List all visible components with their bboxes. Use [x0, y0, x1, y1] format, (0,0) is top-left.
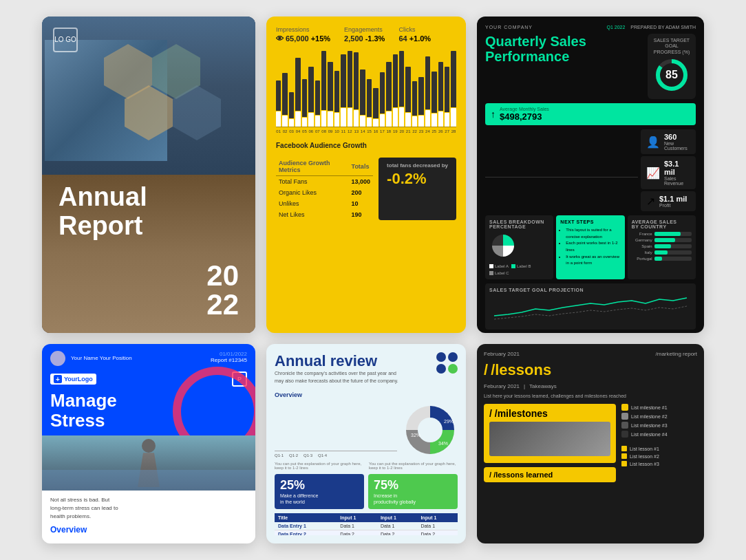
milestone-dot-4: [621, 431, 628, 438]
qs-bottom-sections: SALES BREAKDOWN PERCENTAGE Label A Label…: [485, 215, 696, 279]
table-row: Organic Likes 200: [276, 187, 373, 198]
dot1: [436, 352, 446, 362]
milestone-list: List milestone #1 List milestone #2 List…: [621, 404, 697, 438]
qs-breakdown: SALES BREAKDOWN PERCENTAGE Label A Label…: [485, 215, 553, 279]
svg-text:34%: 34%: [438, 441, 448, 446]
review-notes: You can put the explanation of your grap…: [275, 462, 458, 470]
annual-title: Annual Report: [58, 183, 239, 241]
lessons-takeaways: Takeaways: [529, 383, 557, 389]
review-overview-label: Overview: [275, 391, 458, 398]
review-title: Annual review: [275, 352, 398, 370]
qs-next-steps-title: NEXT STEPS: [560, 219, 620, 224]
stress-logo-plus-icon: +: [54, 375, 62, 383]
fb-total-change: -0.2%: [387, 171, 448, 186]
review-bar-chart: Q1·1 Q1·2 Q1·3 Q1·4: [275, 402, 397, 457]
qs-side-metrics: 👤 360 New Customers 📈 $3.1 mil Sales Rev…: [641, 129, 696, 211]
qs-avg-sales-title: AVERAGE SALES BY COUNTRY: [632, 219, 692, 229]
stress-header: Your Name Your Position 01/01/2022 Repor…: [50, 351, 247, 366]
annual-logo: LO GO: [53, 28, 78, 52]
lessons-main: / /milestones / /lessons learned: [484, 404, 697, 537]
lessons-right: List milestone #1 List milestone #2 List…: [621, 404, 697, 537]
qs-monthly-sales-text: Average Monthly Sales $498,2793: [500, 107, 549, 122]
qs-goal-label: SALES TARGET GOAL PROGRESS (%): [652, 38, 692, 55]
fb-x-labels: 01020304 05060708 09101112 13141516 1718…: [276, 129, 456, 133]
list-item: List milestone #4: [621, 431, 697, 438]
card-lessons: February 2021 /marketing report / /lesso…: [477, 344, 704, 543]
learned-box: / /lessons learned: [484, 467, 616, 482]
lesson-list: List lesson #1 List lesson #2 List lesso…: [621, 446, 697, 466]
list-item: List lesson #2: [621, 453, 697, 459]
qs-projection-title: SALES TARGET GOAL PROJECTION: [489, 288, 692, 292]
lessons-date: February 2021: [484, 351, 520, 357]
qs-top-section: Quarterly Sales Performance SALES TARGET…: [485, 34, 696, 99]
qs-projection: SALES TARGET GOAL PROJECTION: [485, 283, 696, 330]
stress-date: 01/01/2022: [211, 351, 247, 357]
fb-table-h2: Totals: [349, 158, 374, 176]
lessons-period-row: Feburary 2021 | Takeaways: [484, 383, 697, 389]
card-grid: LO GO Annual Report 20 22 Impressions 👁 …: [42, 17, 704, 543]
qs-circle-chart: 85: [654, 58, 689, 92]
lessons-period: Feburary 2021: [484, 383, 520, 389]
stress-desc: Not all stress is bad. But long-term str…: [50, 496, 247, 521]
list-item: List milestone #2: [621, 413, 697, 420]
qs-profit-icon: ↗: [646, 195, 655, 208]
fb-engagements-value: 2,500 -1.3%: [344, 34, 385, 43]
lesson-dot-3: [621, 461, 627, 466]
qs-customers-metric: 👤 360 New Customers: [641, 129, 696, 154]
review-pie-chart: 29% 34% 32%: [403, 402, 458, 457]
fb-table-h1: Audience Growth Metrics: [276, 158, 349, 176]
qs-profit-metric: ↗ $1.1 mil Profit: [641, 191, 696, 211]
review-stats: 25% Make a difference in the world 75% I…: [275, 474, 458, 509]
milestone-dot-2: [621, 413, 628, 420]
qs-pie-chart: [489, 232, 517, 259]
qs-prepared: PREPARED BY ADAM SMITH: [630, 25, 696, 30]
review-subtitle: Chronicle the company's activities over …: [275, 370, 398, 385]
table-row: Data Entry 2Data 2Data 2Data 2: [275, 530, 458, 535]
card-annual-review: Annual review Chronicle the company's ac…: [266, 344, 466, 543]
review-stat-2: 75% Increase in productivity globally: [368, 474, 458, 509]
qs-avg-sales: AVERAGE SALES BY COUNTRY France Germany …: [628, 215, 696, 279]
qs-next-steps: NEXT STEPS This layout is suited for a c…: [556, 215, 624, 279]
card-quarterly-sales: YOUR COMPANY Q1 2022 PREPARED BY ADAM SM…: [477, 17, 704, 333]
table-row: Net Likes 190: [276, 209, 373, 220]
review-bar-area: [275, 402, 397, 451]
review-table-wrapper: Title Input 1 Input 1 Input 1 Data Entry…: [275, 513, 458, 535]
table-row: Total Fans 13,000: [276, 176, 373, 188]
fb-section-title: Facebook Audience Growth: [276, 142, 456, 149]
stress-report-num: Report #12345: [211, 357, 247, 363]
fb-total-box: total fans decreased by -0.2%: [379, 158, 456, 220]
stress-top: Your Name Your Position 01/01/2022 Repor…: [42, 344, 255, 435]
qs-metrics: ↑ Average Monthly Sales $498,2793: [485, 103, 696, 125]
stress-user-info: Your Name Your Position: [71, 354, 132, 362]
learned-title: / /lessons learned: [489, 471, 610, 479]
qs-next-steps-list: This layout is suited for a concise expl…: [560, 227, 620, 267]
fb-stats-row: Impressions 👁 65,000 +15% Engagements 2,…: [276, 26, 456, 43]
milestone-photo: [489, 422, 610, 456]
qs-metric-monthly-sales: ↑ Average Monthly Sales $498,2793: [485, 103, 696, 125]
dot4: [448, 364, 458, 374]
qs-avg-bars: France Germany Spain Italy Portugal: [632, 232, 692, 261]
review-stat-1: 25% Make a difference in the world: [275, 474, 364, 509]
svg-point-4: [418, 418, 443, 442]
dot3: [436, 364, 446, 374]
lesson-list-section: List lesson #1 List lesson #2 List lesso…: [621, 446, 697, 466]
main-canvas: LO GO Annual Report 20 22 Impressions 👁 …: [0, 0, 746, 560]
lesson-dot-1: [621, 446, 627, 451]
milestones-slash-icon: /: [489, 408, 492, 419]
fb-bar-chart: 01020304 05060708 09101112 13141516 1718…: [276, 51, 456, 133]
fb-change-label: total fans decreased by: [387, 163, 448, 169]
lessons-left: / /milestones / /lessons learned: [484, 404, 616, 537]
fb-engagements-label: Engagements: [344, 26, 385, 33]
review-dots: [436, 352, 458, 374]
lessons-slash-icon: /: [484, 361, 488, 379]
qs-bar-section: 👤 360 New Customers 📈 $3.1 mil Sales Rev…: [485, 129, 696, 211]
fb-impressions-label: Impressions: [276, 26, 330, 33]
card-fb-analytics: Impressions 👁 65,000 +15% Engagements 2,…: [266, 17, 466, 333]
qs-monthly-label: Average Monthly Sales: [500, 107, 549, 111]
milestone-dot-1: [621, 404, 628, 411]
learned-slash-icon: /: [489, 471, 491, 479]
fb-total-row: Audience Growth Metrics Totals Total Fan…: [276, 158, 456, 220]
qs-company: YOUR COMPANY: [485, 25, 533, 30]
qs-breakdown-title: SALES BREAKDOWN PERCENTAGE: [489, 219, 549, 229]
fb-clicks-value: 64 +1.0%: [398, 34, 431, 43]
